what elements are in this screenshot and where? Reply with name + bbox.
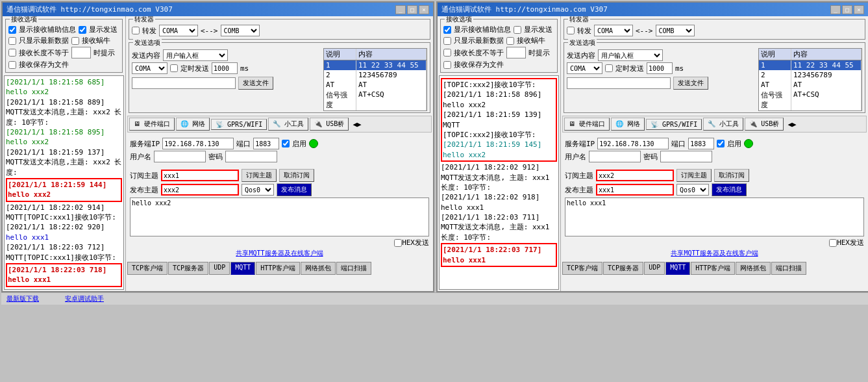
cb-recv-info-2[interactable] [443,26,451,34]
mqtt-link-2[interactable]: 共享MQTT服务器及在线客户端 [565,249,864,258]
forward-to-2[interactable]: COMBCOMA [656,25,695,36]
tab-capture-1[interactable]: 网络抓包 [301,262,336,275]
len-input-1[interactable] [71,47,91,58]
tab-tcp-client-2[interactable]: TCP客户端 [562,262,602,275]
tab-http-2[interactable]: HTTP客户端 [691,262,735,275]
tb-usb-1[interactable]: 🔌 USB桥 [310,118,349,131]
port-input-2[interactable] [688,138,714,149]
cb-enabled-1[interactable] [282,140,290,147]
tab-mqtt-1[interactable]: MQTT [230,262,255,275]
cb-enabled-2[interactable] [717,140,725,147]
send-text-2[interactable] [567,77,671,89]
minimize-btn-1[interactable]: _ [395,5,406,14]
cb-hex-2[interactable] [829,239,837,247]
sub-btn-2[interactable]: 订阅主题 [676,169,712,182]
send-file-btn-1[interactable]: 发送文件 [238,77,273,90]
mqtt-link-1[interactable]: 共享MQTT服务器及在线客户端 [130,249,429,258]
pwd-input-1[interactable] [225,151,277,162]
cb-save-1[interactable] [8,61,16,69]
tb-network-1[interactable]: 🌐 网络 [176,118,210,131]
tb-gprs-1[interactable]: 📡 GPRS/WIFI [211,119,267,130]
tb-hardware-1[interactable]: 🖥 硬件端口 [129,118,175,131]
cb-latest-2[interactable] [443,37,451,45]
sub-btn-1[interactable]: 订阅主题 [242,169,277,182]
tab-tcp-server-2[interactable]: TCP服务器 [603,262,643,275]
close-btn-2[interactable]: × [854,5,864,14]
port-select-1[interactable]: COMA [132,62,167,74]
cb-len-2[interactable] [443,49,451,57]
forward-to-1[interactable]: COMBCOMA [221,25,260,36]
interval-2[interactable] [647,62,673,74]
sub-input-1[interactable] [161,170,239,181]
content-select-1[interactable]: 用户输入框 [163,49,228,61]
close-btn-1[interactable]: × [419,5,429,14]
tab-capture-2[interactable]: 网络抓包 [736,262,771,275]
cb-snail-2[interactable] [506,37,514,45]
pub-input-1[interactable] [161,184,239,196]
port-input-1[interactable] [253,138,279,149]
tab-udp-1[interactable]: UDP [209,262,230,275]
cb-show-send-1[interactable] [79,26,86,34]
table-row-csq-2[interactable]: 信号强度 AT+CSQ [759,90,862,110]
pub-btn-1[interactable]: 发布消息 [277,183,312,196]
tab-tcp-client-1[interactable]: TCP客户端 [127,262,167,275]
qos-select-2[interactable]: Qos0 [676,184,709,196]
table-row-at-1[interactable]: AT AT [324,80,427,90]
maximize-btn-1[interactable]: □ [407,5,417,14]
tab-scan-2[interactable]: 端口扫描 [771,262,806,275]
send-file-btn-2[interactable]: 发送文件 [673,77,708,90]
table-row-2-1[interactable]: 2 123456789 [324,70,427,80]
pub-btn-2[interactable]: 发布消息 [712,183,747,196]
cb-hex-1[interactable] [394,239,402,247]
maximize-btn-2[interactable]: □ [842,5,852,14]
unsub-btn-1[interactable]: 取消订阅 [279,169,314,182]
user-input-1[interactable] [154,151,206,162]
cb-timed-1[interactable] [170,64,178,72]
send-content-1[interactable]: hello xxx2 [130,197,429,236]
sub-input-2[interactable] [596,170,674,181]
ip-input-1[interactable] [162,138,234,149]
cb-forward-2[interactable] [567,27,575,34]
content-select-2[interactable]: 用户输入框 [598,49,663,61]
pub-input-2[interactable] [596,184,674,196]
cb-recv-info-1[interactable] [8,26,16,34]
user-input-2[interactable] [589,151,641,162]
tb-hardware-2[interactable]: 🖥 硬件端口 [564,118,610,131]
table-row-csq-1[interactable]: 信号强度 AT+CSQ [324,90,427,110]
forward-from-1[interactable]: COMACOMB [159,25,198,36]
tb-tools-2[interactable]: 🔧 小工具 [703,118,743,131]
tb-tools-1[interactable]: 🔧 小工具 [268,118,308,131]
table-row-sel-2[interactable]: 1 11 22 33 44 55 [759,60,862,70]
forward-from-2[interactable]: COMACOMB [594,25,633,36]
status-download[interactable]: 最新版下载 [6,294,39,303]
tb-network-2[interactable]: 🌐 网络 [611,118,645,131]
send-text-1[interactable] [132,77,236,89]
tb-gprs-2[interactable]: 📡 GPRS/WIFI [646,119,702,130]
tab-scan-1[interactable]: 端口扫描 [336,262,371,275]
cb-timed-2[interactable] [605,64,613,72]
minimize-btn-2[interactable]: _ [830,5,841,14]
port-select-2[interactable]: COMA [567,62,602,74]
unsub-btn-2[interactable]: 取消订阅 [714,169,749,182]
cb-save-2[interactable] [443,61,451,69]
cb-latest-1[interactable] [8,37,16,45]
qos-select-1[interactable]: Qos0 [242,184,274,196]
cb-snail-1[interactable] [71,37,79,45]
tab-tcp-server-1[interactable]: TCP服务器 [168,262,208,275]
tab-mqtt-2[interactable]: MQTT [665,262,690,275]
send-content-2[interactable]: hello xxx1 [565,197,864,236]
tb-usb-2[interactable]: 🔌 USB桥 [745,118,784,131]
ip-input-2[interactable] [597,138,669,149]
table-row-2-2[interactable]: 2 123456789 [759,70,862,80]
cb-show-send-2[interactable] [514,26,521,34]
cb-len-1[interactable] [8,49,16,57]
len-input-2[interactable] [506,47,526,58]
cb-forward-1[interactable] [132,27,140,34]
tab-http-1[interactable]: HTTP客户端 [256,262,300,275]
status-android[interactable]: 安卓调试助手 [65,294,104,303]
tab-udp-2[interactable]: UDP [644,262,665,275]
table-row-sel-1[interactable]: 1 11 22 33 44 55 [324,60,427,70]
interval-1[interactable] [212,62,238,74]
pwd-input-2[interactable] [660,151,712,162]
table-row-at-2[interactable]: AT AT [759,80,862,90]
